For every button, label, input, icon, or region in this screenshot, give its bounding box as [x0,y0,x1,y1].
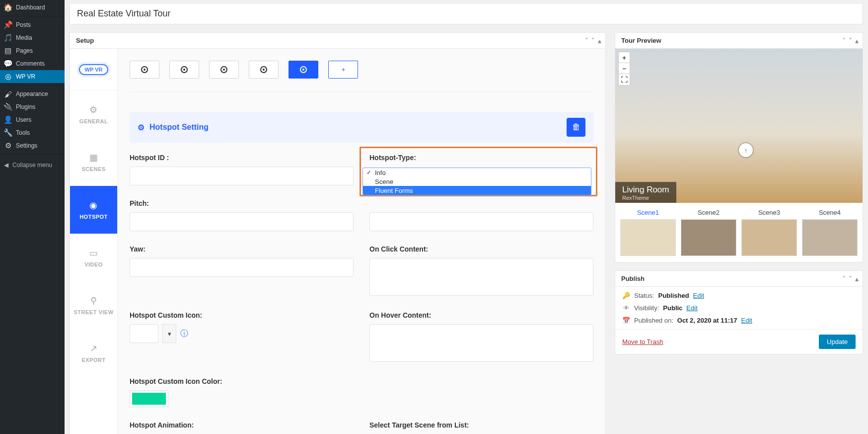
scene-thumbnails: Scene1 Scene2 Scene3 Scene4 [615,203,863,262]
export-icon: ↗ [90,343,98,354]
hotspot-select-5[interactable] [289,61,318,79]
menu-settings[interactable]: ⚙Settings [0,139,65,152]
setup-panel: Setup ˄ ˅ ▴ WP VR ⚙GENERAL ▦SCENES ◉HOTS… [70,32,606,434]
yaw-input[interactable] [130,258,354,277]
tab-export[interactable]: ↗EXPORT [70,329,117,377]
on-hover-textarea[interactable] [369,324,593,362]
info-icon[interactable]: ⓘ [180,329,188,339]
on-click-textarea[interactable] [369,258,593,296]
hotspot-type-dropdown[interactable]: Info Scene Fluent Forms [362,168,591,195]
setup-vertical-tabs: WP VR ⚙GENERAL ▦SCENES ◉HOTSPOT ▭VIDEO ⚲… [70,49,118,434]
arrow-up-icon: ↑ [744,147,748,154]
author-name: RexTheme [622,195,669,201]
custom-icon-color-picker[interactable] [130,390,168,407]
hotspot-select-2[interactable] [169,61,199,79]
on-click-label: On Click Content: [369,245,593,253]
scene-thumb-2[interactable]: Scene2 [681,209,736,256]
menu-pages[interactable]: ▤Pages [0,44,65,57]
publish-panel-title: Publish [615,271,651,286]
menu-label: Pages [16,47,33,54]
scene-thumb-1[interactable]: Scene1 [620,209,676,256]
edit-status-link[interactable]: Edit [693,292,704,299]
panorama-canvas[interactable]: + − ⛶ ↑ Living Room RexTheme [615,49,863,203]
tab-streetview[interactable]: ⚲STREET VIEW [70,281,117,329]
streetview-icon: ⚲ [90,295,97,306]
scene-hotspot-marker[interactable]: ↑ [739,143,753,157]
panel-toggle-icon[interactable]: ▴ [598,37,601,44]
hotspot-select-3[interactable] [209,61,239,79]
yaw-label: Yaw: [130,245,354,253]
tab-hotspot[interactable]: ◉HOTSPOT [70,186,117,234]
menu-media[interactable]: 🎵Media [0,31,65,44]
collapse-icon: ◀ [4,162,8,169]
animation-label: Hotspot Animation: [130,421,354,429]
menu-label: Settings [16,142,37,149]
hotspot-type-option-scene[interactable]: Scene [363,177,591,186]
panel-toggle-icon[interactable]: ▴ [855,275,859,282]
setup-panel-title: Setup [70,33,100,48]
menu-label: Media [16,34,32,41]
custom-icon-input[interactable] [130,324,158,343]
appearance-icon: 🖌 [4,90,12,98]
custom-icon-dropdown-toggle[interactable]: ▾ [162,324,176,343]
scene-thumb-3[interactable]: Scene3 [741,209,797,256]
pages-icon: ▤ [4,47,12,55]
hotspot-select-1[interactable] [130,61,159,79]
zoom-out-button[interactable]: − [619,63,630,74]
hotspot-icon: ◉ [89,200,98,211]
tab-scenes[interactable]: ▦SCENES [70,138,117,186]
custom-icon-label: Hotspot Custom Icon: [130,311,354,319]
wp-admin-sidebar: 🏠Dashboard 📌Posts 🎵Media ▤Pages 💬Comment… [0,0,65,434]
visibility-label: Visibility: [634,304,659,312]
menu-users[interactable]: 👤Users [0,113,65,126]
edit-date-link[interactable]: Edit [741,317,752,324]
menu-comments[interactable]: 💬Comments [0,57,65,70]
pitch-input[interactable] [130,212,354,231]
panel-toggle-icon[interactable]: ▴ [855,37,859,44]
hotspot-select-4[interactable] [249,61,279,79]
page-title[interactable]: Real Estate Virtual Tour [70,3,863,24]
zoom-in-button[interactable]: + [619,52,630,63]
published-value: Oct 2, 2020 at 11:17 [677,317,737,324]
url-input[interactable] [369,212,593,231]
update-button[interactable]: Update [819,335,856,349]
scene-thumb-4[interactable]: Scene4 [802,209,858,256]
pitch-label: Pitch: [130,199,354,207]
menu-label: Users [16,116,31,123]
menu-tools[interactable]: 🔧Tools [0,126,65,139]
hotspot-id-input[interactable] [130,167,354,185]
panorama-caption: Living Room RexTheme [615,182,676,203]
tab-general[interactable]: ⚙GENERAL [70,90,117,138]
gear-icon: ⚙ [89,104,98,115]
menu-posts[interactable]: 📌Posts [0,18,65,31]
hotspot-type-option-fluent-forms[interactable]: Fluent Forms [363,186,591,195]
panel-move-down-icon[interactable]: ˅ [849,37,852,44]
hotspot-type-option-info[interactable]: Info [363,168,591,177]
edit-visibility-link[interactable]: Edit [686,304,697,312]
menu-label: Plugins [16,103,35,110]
panel-move-up-icon[interactable]: ˄ [842,37,846,44]
plugins-icon: 🔌 [4,103,12,111]
menu-wpvr[interactable]: ◎WP VR [0,70,65,83]
tools-icon: 🔧 [4,129,12,137]
on-hover-label: On Hover Content: [369,311,593,319]
panorama-controls: + − ⛶ [618,52,630,86]
panel-move-up-icon[interactable]: ˄ [585,37,588,44]
menu-dashboard[interactable]: 🏠Dashboard [0,1,65,14]
delete-hotspot-button[interactable]: 🗑 [567,118,585,137]
custom-icon-color-label: Hotspot Custom Icon Color: [130,377,354,385]
menu-plugins[interactable]: 🔌Plugins [0,100,65,113]
menu-appearance[interactable]: 🖌Appearance [0,87,65,100]
move-to-trash-link[interactable]: Move to Trash [622,338,663,346]
panel-move-up-icon[interactable]: ˄ [842,275,846,282]
publish-panel: Publish ˄ ˅ ▴ 🔑Status: Published Edit 👁V… [615,270,863,354]
hotspot-add-button[interactable]: ＋ [328,61,358,79]
fullscreen-button[interactable]: ⛶ [619,74,630,85]
scenes-icon: ▦ [89,152,98,163]
menu-label: Comments [16,60,45,67]
panel-move-down-icon[interactable]: ˅ [591,37,595,44]
panel-move-down-icon[interactable]: ˅ [849,275,852,282]
menu-label: Tools [16,129,30,136]
collapse-menu[interactable]: ◀Collapse menu [0,159,65,172]
tab-video[interactable]: ▭VIDEO [70,234,117,281]
